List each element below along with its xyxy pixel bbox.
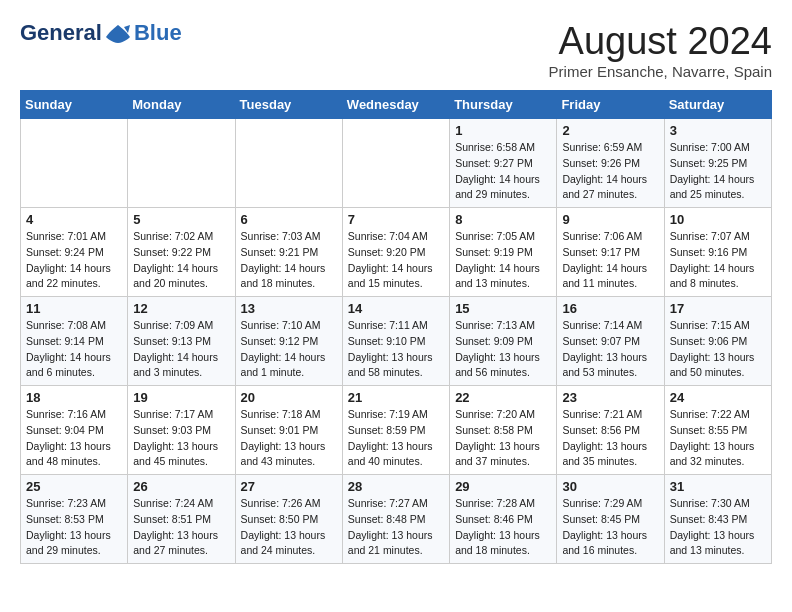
day-number: 4 [26, 212, 122, 227]
weekday-header-sunday: Sunday [21, 91, 128, 119]
day-number: 27 [241, 479, 337, 494]
calendar-cell: 30Sunrise: 7:29 AMSunset: 8:45 PMDayligh… [557, 475, 664, 564]
day-number: 17 [670, 301, 766, 316]
calendar-cell: 16Sunrise: 7:14 AMSunset: 9:07 PMDayligh… [557, 297, 664, 386]
day-number: 13 [241, 301, 337, 316]
day-number: 15 [455, 301, 551, 316]
day-number: 28 [348, 479, 444, 494]
day-number: 1 [455, 123, 551, 138]
day-info: Sunrise: 7:18 AMSunset: 9:01 PMDaylight:… [241, 407, 337, 470]
calendar-cell: 24Sunrise: 7:22 AMSunset: 8:55 PMDayligh… [664, 386, 771, 475]
calendar-week-row: 11Sunrise: 7:08 AMSunset: 9:14 PMDayligh… [21, 297, 772, 386]
calendar-cell: 21Sunrise: 7:19 AMSunset: 8:59 PMDayligh… [342, 386, 449, 475]
day-info: Sunrise: 7:00 AMSunset: 9:25 PMDaylight:… [670, 140, 766, 203]
calendar-cell: 14Sunrise: 7:11 AMSunset: 9:10 PMDayligh… [342, 297, 449, 386]
day-info: Sunrise: 7:23 AMSunset: 8:53 PMDaylight:… [26, 496, 122, 559]
calendar-cell: 29Sunrise: 7:28 AMSunset: 8:46 PMDayligh… [450, 475, 557, 564]
weekday-header-saturday: Saturday [664, 91, 771, 119]
day-info: Sunrise: 7:11 AMSunset: 9:10 PMDaylight:… [348, 318, 444, 381]
day-number: 30 [562, 479, 658, 494]
day-info: Sunrise: 7:30 AMSunset: 8:43 PMDaylight:… [670, 496, 766, 559]
calendar-cell: 31Sunrise: 7:30 AMSunset: 8:43 PMDayligh… [664, 475, 771, 564]
calendar-cell: 26Sunrise: 7:24 AMSunset: 8:51 PMDayligh… [128, 475, 235, 564]
day-number: 5 [133, 212, 229, 227]
day-number: 11 [26, 301, 122, 316]
day-info: Sunrise: 7:24 AMSunset: 8:51 PMDaylight:… [133, 496, 229, 559]
calendar-cell: 18Sunrise: 7:16 AMSunset: 9:04 PMDayligh… [21, 386, 128, 475]
calendar-cell: 25Sunrise: 7:23 AMSunset: 8:53 PMDayligh… [21, 475, 128, 564]
calendar-cell: 8Sunrise: 7:05 AMSunset: 9:19 PMDaylight… [450, 208, 557, 297]
calendar-cell: 6Sunrise: 7:03 AMSunset: 9:21 PMDaylight… [235, 208, 342, 297]
day-info: Sunrise: 7:29 AMSunset: 8:45 PMDaylight:… [562, 496, 658, 559]
day-info: Sunrise: 7:10 AMSunset: 9:12 PMDaylight:… [241, 318, 337, 381]
day-info: Sunrise: 6:59 AMSunset: 9:26 PMDaylight:… [562, 140, 658, 203]
day-number: 31 [670, 479, 766, 494]
day-number: 10 [670, 212, 766, 227]
calendar-cell [21, 119, 128, 208]
calendar-cell [342, 119, 449, 208]
day-info: Sunrise: 7:03 AMSunset: 9:21 PMDaylight:… [241, 229, 337, 292]
calendar-cell: 10Sunrise: 7:07 AMSunset: 9:16 PMDayligh… [664, 208, 771, 297]
day-number: 3 [670, 123, 766, 138]
calendar-cell: 9Sunrise: 7:06 AMSunset: 9:17 PMDaylight… [557, 208, 664, 297]
calendar-cell: 3Sunrise: 7:00 AMSunset: 9:25 PMDaylight… [664, 119, 771, 208]
day-info: Sunrise: 6:58 AMSunset: 9:27 PMDaylight:… [455, 140, 551, 203]
weekday-header-wednesday: Wednesday [342, 91, 449, 119]
calendar-week-row: 18Sunrise: 7:16 AMSunset: 9:04 PMDayligh… [21, 386, 772, 475]
day-info: Sunrise: 7:05 AMSunset: 9:19 PMDaylight:… [455, 229, 551, 292]
day-number: 16 [562, 301, 658, 316]
calendar-week-row: 25Sunrise: 7:23 AMSunset: 8:53 PMDayligh… [21, 475, 772, 564]
calendar-week-row: 1Sunrise: 6:58 AMSunset: 9:27 PMDaylight… [21, 119, 772, 208]
calendar-cell: 28Sunrise: 7:27 AMSunset: 8:48 PMDayligh… [342, 475, 449, 564]
calendar-cell: 15Sunrise: 7:13 AMSunset: 9:09 PMDayligh… [450, 297, 557, 386]
day-number: 12 [133, 301, 229, 316]
calendar-week-row: 4Sunrise: 7:01 AMSunset: 9:24 PMDaylight… [21, 208, 772, 297]
day-number: 21 [348, 390, 444, 405]
weekday-header-monday: Monday [128, 91, 235, 119]
day-info: Sunrise: 7:19 AMSunset: 8:59 PMDaylight:… [348, 407, 444, 470]
calendar-cell: 23Sunrise: 7:21 AMSunset: 8:56 PMDayligh… [557, 386, 664, 475]
day-number: 9 [562, 212, 658, 227]
calendar-cell: 4Sunrise: 7:01 AMSunset: 9:24 PMDaylight… [21, 208, 128, 297]
calendar-cell: 22Sunrise: 7:20 AMSunset: 8:58 PMDayligh… [450, 386, 557, 475]
day-info: Sunrise: 7:27 AMSunset: 8:48 PMDaylight:… [348, 496, 444, 559]
day-info: Sunrise: 7:13 AMSunset: 9:09 PMDaylight:… [455, 318, 551, 381]
calendar-cell: 19Sunrise: 7:17 AMSunset: 9:03 PMDayligh… [128, 386, 235, 475]
logo: General Blue [20, 20, 182, 46]
day-number: 24 [670, 390, 766, 405]
title-block: August 2024 Primer Ensanche, Navarre, Sp… [549, 20, 772, 80]
location: Primer Ensanche, Navarre, Spain [549, 63, 772, 80]
day-info: Sunrise: 7:16 AMSunset: 9:04 PMDaylight:… [26, 407, 122, 470]
weekday-header-thursday: Thursday [450, 91, 557, 119]
day-info: Sunrise: 7:08 AMSunset: 9:14 PMDaylight:… [26, 318, 122, 381]
calendar-cell: 1Sunrise: 6:58 AMSunset: 9:27 PMDaylight… [450, 119, 557, 208]
logo-icon [104, 23, 132, 45]
calendar-cell: 7Sunrise: 7:04 AMSunset: 9:20 PMDaylight… [342, 208, 449, 297]
day-info: Sunrise: 7:22 AMSunset: 8:55 PMDaylight:… [670, 407, 766, 470]
calendar-cell: 27Sunrise: 7:26 AMSunset: 8:50 PMDayligh… [235, 475, 342, 564]
day-info: Sunrise: 7:02 AMSunset: 9:22 PMDaylight:… [133, 229, 229, 292]
day-info: Sunrise: 7:07 AMSunset: 9:16 PMDaylight:… [670, 229, 766, 292]
logo-text: General [20, 21, 132, 45]
month-title: August 2024 [549, 20, 772, 63]
calendar-cell: 17Sunrise: 7:15 AMSunset: 9:06 PMDayligh… [664, 297, 771, 386]
weekday-header-friday: Friday [557, 91, 664, 119]
calendar-cell: 5Sunrise: 7:02 AMSunset: 9:22 PMDaylight… [128, 208, 235, 297]
day-info: Sunrise: 7:17 AMSunset: 9:03 PMDaylight:… [133, 407, 229, 470]
day-info: Sunrise: 7:15 AMSunset: 9:06 PMDaylight:… [670, 318, 766, 381]
day-number: 7 [348, 212, 444, 227]
day-info: Sunrise: 7:28 AMSunset: 8:46 PMDaylight:… [455, 496, 551, 559]
day-number: 8 [455, 212, 551, 227]
day-info: Sunrise: 7:09 AMSunset: 9:13 PMDaylight:… [133, 318, 229, 381]
day-info: Sunrise: 7:04 AMSunset: 9:20 PMDaylight:… [348, 229, 444, 292]
day-number: 20 [241, 390, 337, 405]
weekday-header-row: SundayMondayTuesdayWednesdayThursdayFrid… [21, 91, 772, 119]
calendar-cell [235, 119, 342, 208]
day-info: Sunrise: 7:21 AMSunset: 8:56 PMDaylight:… [562, 407, 658, 470]
calendar-cell [128, 119, 235, 208]
day-number: 18 [26, 390, 122, 405]
day-number: 22 [455, 390, 551, 405]
day-number: 14 [348, 301, 444, 316]
day-info: Sunrise: 7:01 AMSunset: 9:24 PMDaylight:… [26, 229, 122, 292]
day-number: 23 [562, 390, 658, 405]
